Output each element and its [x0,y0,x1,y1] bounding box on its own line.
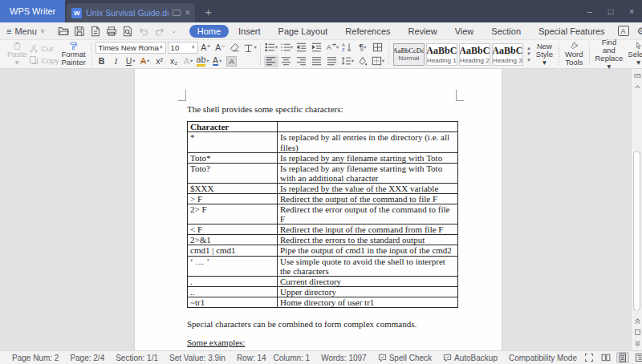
two-page-view-button[interactable] [599,352,612,363]
section-indicator[interactable]: Section: 1/1 [110,354,164,362]
scroll-up-button[interactable] [632,82,642,91]
document-page[interactable]: The shell provides some specific charact… [135,69,502,350]
increase-indent-button[interactable] [310,42,324,54]
minimize-button[interactable]: – [579,6,600,16]
cell-character: 2>&1 [188,235,278,245]
word-tools-button[interactable]: Word Tools [563,42,586,67]
ai-helper-icon[interactable]: A [618,26,629,36]
autobackup-button[interactable]: AutoBackup [437,354,503,362]
tab-pin-icon[interactable] [173,10,181,16]
paste-button[interactable]: Paste ▾ [5,42,29,67]
examples-heading: Some examples: [187,338,457,347]
style-normal[interactable]: AaBbCcDd Normal [393,43,425,66]
text-direction-button[interactable]: A▾ [325,42,339,54]
close-button[interactable]: × [621,6,642,16]
row-indicator[interactable]: Row: 14 [231,354,268,362]
tab-section[interactable]: Section [483,25,529,38]
font-size-select[interactable]: 10▾ [168,42,198,54]
fullscreen-view-button[interactable] [583,352,595,363]
format-painter-button[interactable]: Format Painter [59,42,87,67]
align-center-button[interactable] [279,55,294,67]
find-replace-button[interactable]: Find and Replace ▾ [593,42,626,67]
compatibility-mode-indicator[interactable]: Compatibility Mode [503,354,583,362]
character-shading-button[interactable]: A [226,55,238,67]
gear-icon[interactable]: ⚙ [637,26,642,37]
bullet-list-button[interactable]: ▾ [264,42,278,54]
style-heading-1[interactable]: AaBbC Heading 1 [426,43,457,66]
cut-button[interactable]: Cut [29,43,59,53]
distribute-button[interactable] [325,55,339,67]
maximize-button[interactable]: □ [600,6,621,16]
decrease-indent-button[interactable] [295,42,309,54]
document-tab[interactable]: W Unix Survival Guide.doc × [67,3,195,22]
shading-button[interactable] [356,55,370,67]
outline-view-button[interactable] [633,352,642,363]
font-family-select[interactable]: Times New Roma▾ [95,42,166,54]
tab-insert[interactable]: Insert [230,25,269,38]
style-heading-2[interactable]: AaBbC Heading 2 [459,43,490,66]
tab-special-features[interactable]: Special Features [530,25,613,38]
justify-button[interactable] [310,55,324,67]
gallery-down-icon[interactable]: ▼ [525,51,533,57]
scrollbar-thumb[interactable] [633,151,640,311]
text-effects-button[interactable]: A▾ [182,55,195,67]
copy-button[interactable]: Copy [29,55,59,65]
browse-object-button[interactable] [632,327,642,337]
tab-home[interactable]: Home [189,25,229,38]
format-painter-label2: Painter [61,59,85,67]
italic-button[interactable]: I [110,55,123,67]
numbered-list-button[interactable]: ▾ [279,42,294,54]
clear-formatting-button[interactable] [229,42,242,54]
show-marks-button[interactable]: ¶▾ [356,42,370,54]
print-preview-button[interactable] [122,24,133,38]
font-color-button[interactable]: A▾ [211,55,224,67]
page-view-button[interactable] [616,352,629,363]
shrink-font-button[interactable]: A⁻ [214,42,227,54]
next-page-button[interactable] [632,338,642,348]
draw-table-button[interactable] [371,42,385,54]
gallery-up-icon[interactable]: ▲ [525,46,533,51]
new-tab-button[interactable]: + [205,0,212,22]
style-heading-3[interactable]: AaBbC Heading 3 [492,43,523,66]
vertical-scrollbar[interactable] [631,69,642,350]
gallery-more-icon[interactable]: ▼ [525,58,533,63]
tab-references[interactable]: References [337,25,398,38]
underline-button[interactable]: U▾ [124,55,137,67]
previous-page-button[interactable] [632,316,642,326]
align-right-button[interactable] [295,55,309,67]
ruler-toggle-button[interactable] [632,71,642,80]
column-indicator[interactable]: Column: 1 [268,354,316,362]
menu-button[interactable]: ≡ Menu ∨ [6,26,45,36]
new-style-button[interactable]: A New Style ▾ [534,42,555,67]
sort-button[interactable]: AZ [340,42,355,54]
line-spacing-button[interactable]: ▾ [340,55,355,67]
word-count-indicator[interactable]: Words: 1097 [315,354,372,362]
cell-character: * [188,132,278,152]
open-button[interactable] [58,24,69,38]
set-value-indicator[interactable]: Set Value: 3.9in [164,354,231,362]
redo-button[interactable] [154,24,165,38]
align-left-button[interactable] [264,55,278,67]
grow-font-button[interactable]: A⁺ [200,42,213,54]
wps-writer-app-button[interactable]: WPS Writer [0,0,65,22]
print-button[interactable] [106,24,117,38]
quickbar-more-icon[interactable]: ⌄ [172,28,177,34]
export-pdf-button[interactable] [90,24,101,38]
strikethrough-button[interactable]: A▾ [139,55,152,67]
tab-view[interactable]: View [447,25,482,38]
select-button[interactable]: Select ▾ [625,42,642,67]
subscript-button[interactable]: x₂ [168,55,181,67]
highlight-color-button[interactable]: ab▾ [197,55,209,67]
borders-button[interactable]: ▾ [371,55,385,67]
undo-button[interactable] [138,24,149,38]
spell-check-button[interactable]: Spell Check [372,354,437,362]
superscript-button[interactable]: x² [153,55,166,67]
page-indicator[interactable]: Page: 2/4 [64,354,110,362]
page-num-indicator[interactable]: Page Num: 2 [6,354,64,362]
tab-close-icon[interactable]: × [185,8,190,18]
bold-button[interactable]: B [95,55,108,67]
save-button[interactable] [74,24,85,38]
tab-review[interactable]: Review [400,25,445,38]
character-tools-button[interactable]: ▾ [243,42,257,54]
tab-page-layout[interactable]: Page Layout [270,25,336,38]
